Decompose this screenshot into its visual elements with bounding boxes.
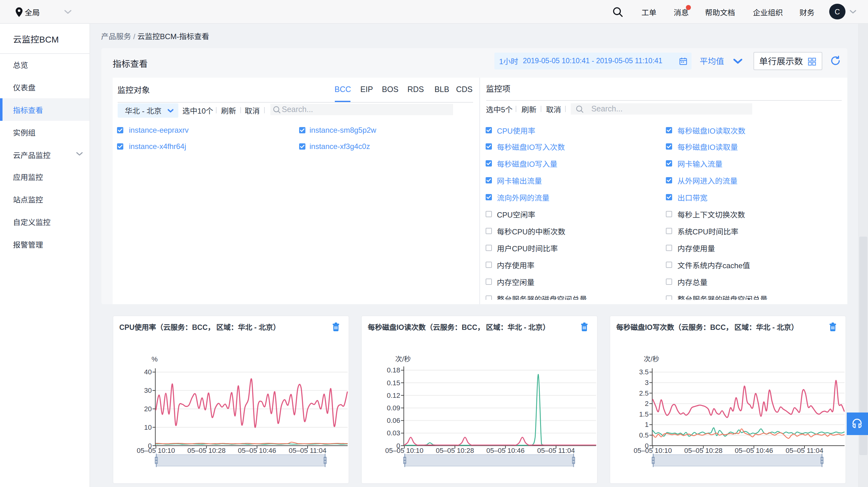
svg-text:2.5: 2.5 — [639, 389, 649, 397]
svg-text:0.03: 0.03 — [387, 429, 401, 437]
svg-text:0.15: 0.15 — [387, 379, 401, 387]
svg-text:0.18: 0.18 — [387, 366, 401, 374]
svg-text:05–05 11:04: 05–05 11:04 — [289, 447, 327, 454]
svg-text:3.5: 3.5 — [639, 368, 649, 376]
svg-text:40: 40 — [144, 368, 152, 376]
svg-text:05–05 10:28: 05–05 10:28 — [436, 447, 474, 454]
svg-text:0.09: 0.09 — [387, 404, 401, 412]
svg-text:0.12: 0.12 — [387, 391, 401, 399]
svg-text:1.5: 1.5 — [639, 410, 649, 418]
svg-text:20: 20 — [144, 405, 152, 413]
svg-text:05–05 10:28: 05–05 10:28 — [187, 447, 226, 454]
svg-text:2: 2 — [645, 400, 649, 407]
svg-text:3: 3 — [645, 378, 649, 386]
svg-text:05–05 10:28: 05–05 10:28 — [684, 447, 722, 454]
svg-text:05–05 10:10: 05–05 10:10 — [385, 447, 424, 454]
svg-text:05–05 10:46: 05–05 10:46 — [487, 447, 525, 454]
svg-text:次/秒: 次/秒 — [644, 355, 660, 363]
svg-text:05–05 11:04: 05–05 11:04 — [537, 447, 575, 454]
svg-text:0.06: 0.06 — [387, 417, 401, 424]
svg-text:05–05 10:46: 05–05 10:46 — [735, 447, 773, 454]
svg-text:次/秒: 次/秒 — [396, 355, 411, 363]
svg-text:05–05 10:46: 05–05 10:46 — [238, 447, 276, 454]
svg-text:05–05 10:10: 05–05 10:10 — [634, 447, 672, 454]
svg-text:%: % — [152, 355, 158, 363]
svg-text:10: 10 — [144, 423, 152, 431]
svg-text:1: 1 — [645, 421, 649, 428]
svg-text:30: 30 — [144, 387, 152, 394]
svg-text:05–05 11:04: 05–05 11:04 — [786, 447, 824, 454]
svg-text:0.5: 0.5 — [639, 431, 649, 439]
svg-text:05–05 10:10: 05–05 10:10 — [137, 447, 175, 454]
